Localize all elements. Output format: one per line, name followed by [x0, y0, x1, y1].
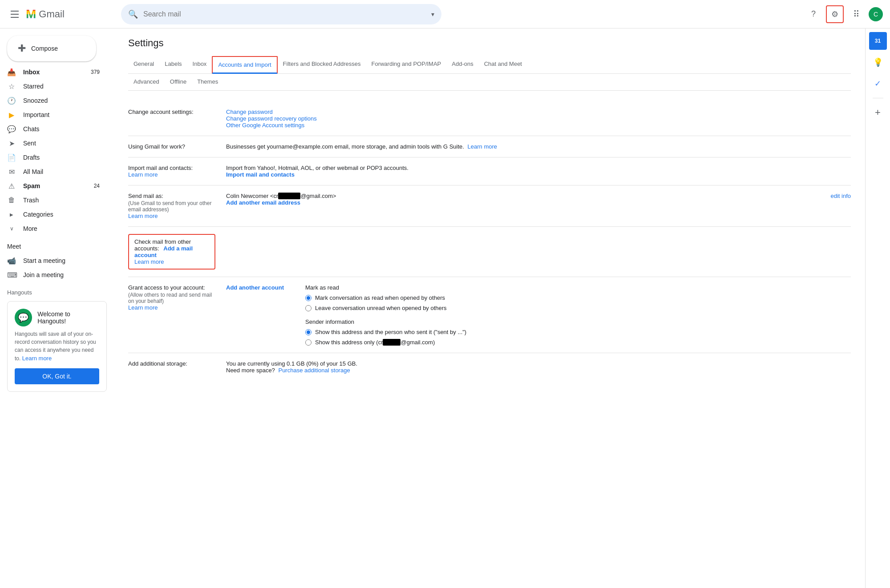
topbar-right: ? ⚙ ⠿ C [805, 5, 883, 23]
add-email-link[interactable]: Add another email address [226, 199, 300, 206]
tab-advanced[interactable]: Advanced [128, 74, 165, 91]
sidebar-item-trash[interactable]: 🗑 Trash [0, 193, 107, 207]
help-icon: ? [811, 9, 816, 19]
drafts-icon: 📄 [7, 153, 16, 162]
tab-offline[interactable]: Offline [165, 74, 192, 91]
snoozed-icon: 🕐 [7, 97, 16, 105]
settings-button[interactable]: ⚙ [826, 5, 844, 23]
tab-filters[interactable]: Filters and Blocked Addresses [278, 56, 366, 74]
sidebar-item-sent[interactable]: ➤ Sent [0, 136, 107, 150]
grant-access-learn-more[interactable]: Learn more [128, 304, 158, 311]
add-another-account-link[interactable]: Add another account [226, 284, 284, 291]
leave-unread-option[interactable]: Leave conversation unread when opened by… [305, 305, 466, 311]
apps-button[interactable]: ⠿ [847, 5, 865, 23]
show-only-radio[interactable] [305, 339, 312, 346]
send-mail-email: Colin Newcomer <cr @gmail.com> [226, 193, 336, 199]
sidebar-item-snoozed[interactable]: 🕐 Snoozed [0, 93, 107, 108]
leave-unread-radio[interactable] [305, 305, 312, 311]
inbox-count: 379 [91, 69, 100, 75]
chats-icon: 💬 [7, 125, 16, 133]
hangouts-learn-more-link[interactable]: Learn more [22, 355, 52, 362]
spam-label: Spam [23, 182, 87, 189]
mark-as-read-title: Mark as read [305, 284, 466, 291]
avatar[interactable]: C [869, 7, 883, 21]
hangouts-header: 💬 Welcome to Hangouts! [15, 309, 99, 326]
right-sidebar-separator [873, 98, 883, 98]
hangouts-avatar-icon: 💬 [15, 309, 32, 326]
tab-forwarding[interactable]: Forwarding and POP/IMAP [366, 56, 446, 74]
sender-info-title: Sender information [305, 318, 466, 325]
gmail-work-learn-more[interactable]: Learn more [468, 143, 497, 150]
allmail-icon: ✉ [7, 168, 16, 176]
sidebar-item-drafts[interactable]: 📄 Drafts [0, 150, 107, 165]
sidebar-item-spam[interactable]: ⚠ Spam 24 [0, 179, 107, 193]
show-both-option[interactable]: Show this address and the person who sen… [305, 329, 466, 335]
purchase-storage-link[interactable]: Purchase additional storage [278, 367, 350, 374]
important-icon: ▶ [7, 111, 16, 119]
settings-icon: ⚙ [831, 9, 838, 19]
calendar-icon[interactable]: 31 [869, 32, 887, 50]
row-grant-access: Grant access to your account: (Allow oth… [128, 277, 851, 353]
meet-section: Meet 📹 Start a meeting ⌨ Join a meeting [0, 239, 114, 282]
search-icon: 🔍 [128, 9, 138, 19]
tab-chat[interactable]: Chat and Meet [479, 56, 527, 74]
tab-inbox[interactable]: Inbox [187, 56, 212, 74]
storage-text: You are currently using 0.1 GB (0%) of y… [226, 360, 357, 367]
add-icon[interactable]: + [869, 104, 887, 121]
sidebar-item-categories[interactable]: ▶ Categories [0, 207, 107, 222]
snoozed-label: Snoozed [23, 97, 100, 104]
google-account-link[interactable]: Other Google Account settings [226, 122, 304, 129]
check-mail-learn-more[interactable]: Learn more [134, 258, 164, 265]
tabs-row2: Advanced Offline Themes [128, 74, 851, 91]
sidebar-item-join-meeting[interactable]: ⌨ Join a meeting [0, 268, 107, 282]
hamburger-menu[interactable] [7, 7, 22, 21]
search-dropdown-icon[interactable]: ▾ [431, 11, 434, 18]
tab-general[interactable]: General [128, 56, 159, 74]
sidebar-item-more[interactable]: ∨ More [0, 222, 107, 236]
starred-icon: ☆ [7, 82, 16, 91]
hangouts-ok-button[interactable]: OK, Got it. [15, 368, 99, 384]
import-action-link[interactable]: Import mail and contacts [226, 171, 295, 178]
sidebar-item-important[interactable]: ▶ Important [0, 108, 107, 122]
sidebar-item-inbox[interactable]: 📥 Inbox 379 [0, 65, 107, 79]
show-only-label: Show this address only (cr @gmail.com) [315, 339, 435, 346]
more-label: More [23, 225, 100, 232]
sidebar-item-chats[interactable]: 💬 Chats [0, 122, 107, 136]
help-button[interactable]: ? [805, 5, 822, 23]
compose-button[interactable]: ✚ Compose [7, 36, 96, 61]
show-both-radio[interactable] [305, 329, 312, 335]
change-password-link[interactable]: Change password [226, 109, 273, 115]
sidebar-item-start-meeting[interactable]: 📹 Start a meeting [0, 254, 107, 268]
import-learn-more-link[interactable]: Learn more [128, 171, 158, 178]
search-input[interactable] [143, 10, 428, 18]
sidebar-item-starred[interactable]: ☆ Starred [0, 79, 107, 93]
search-bar[interactable]: 🔍 ▾ [121, 4, 441, 24]
row-send-mail-as: Send mail as: (Use Gmail to send from yo… [128, 185, 851, 227]
categories-expand-icon: ▶ [7, 212, 16, 217]
row-change-account: Change account settings: Change password… [128, 101, 851, 136]
tab-themes[interactable]: Themes [192, 74, 223, 91]
nav-list: 📥 Inbox 379 ☆ Starred 🕐 Snoozed ▶ Import… [0, 65, 114, 236]
important-label: Important [23, 111, 100, 118]
change-recovery-link[interactable]: Change password recovery options [226, 115, 317, 122]
sidebar: ✚ Compose 📥 Inbox 379 ☆ Starred 🕐 Snooze… [0, 28, 114, 588]
tab-labels[interactable]: Labels [159, 56, 187, 74]
show-only-option[interactable]: Show this address only (cr @gmail.com) [305, 339, 466, 346]
mark-read-option[interactable]: Mark conversation as read when opened by… [305, 294, 466, 301]
tab-addons[interactable]: Add-ons [446, 56, 478, 74]
tab-accounts[interactable]: Accounts and Import [212, 56, 277, 74]
grant-access-sub: (Allow others to read and send mail on y… [128, 292, 212, 304]
tasks-icon[interactable]: ✓ [869, 75, 887, 93]
hangouts-section: Hangouts 💬 Welcome to Hangouts! Hangouts… [0, 289, 114, 392]
grant-access-label: Grant access to your account: [128, 284, 205, 291]
mark-read-radio[interactable] [305, 295, 312, 301]
spam-icon: ⚠ [7, 182, 16, 190]
change-account-label: Change account settings: [128, 109, 194, 115]
send-mail-learn-more[interactable]: Learn more [128, 213, 158, 219]
keep-icon[interactable]: 💡 [869, 53, 887, 71]
row-import-mail: Import mail and contacts: Learn more Imp… [128, 157, 851, 185]
sidebar-item-allmail[interactable]: ✉ All Mail [0, 165, 107, 179]
settings-table: Change account settings: Change password… [128, 101, 851, 381]
edit-info-link[interactable]: edit info [830, 193, 851, 199]
sender-info-group: Show this address and the person who sen… [305, 329, 466, 346]
